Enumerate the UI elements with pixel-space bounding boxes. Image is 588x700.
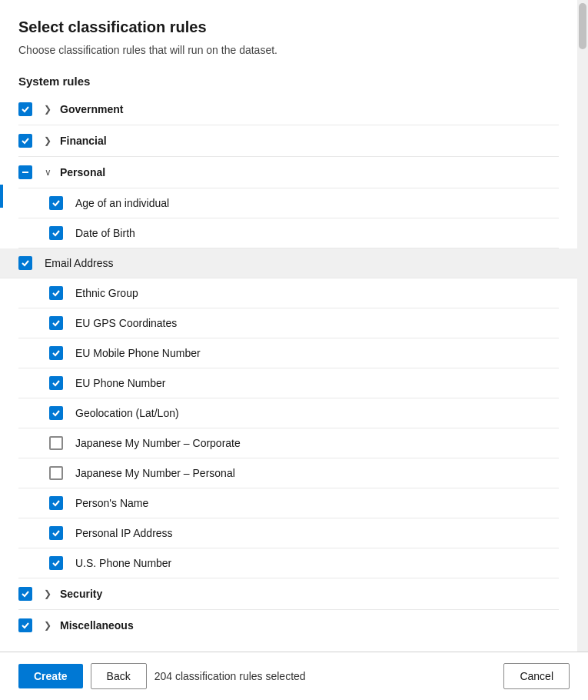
rule-row-japanese-my-number-personal[interactable]: Japanese My Number – Personal — [18, 458, 559, 488]
checkbox-personal[interactable] — [18, 165, 32, 179]
rule-label-date-of-birth: Date of Birth — [75, 227, 135, 239]
checkbox-eu-phone-number[interactable] — [49, 376, 63, 390]
scrollbar-thumb[interactable] — [579, 3, 586, 49]
checkbox-ethnic-group[interactable] — [49, 286, 63, 300]
expand-icon-financial[interactable]: ❯ — [40, 133, 55, 148]
footer: Create Back 204 classification rules sel… — [0, 652, 588, 700]
rule-label-us-phone-number: U.S. Phone Number — [75, 557, 171, 569]
rule-label-japanese-my-number-personal: Japanese My Number – Personal — [75, 467, 235, 479]
back-button[interactable]: Back — [91, 663, 147, 689]
rule-label-miscellaneous: Miscellaneous — [60, 619, 134, 632]
rule-label-government: Government — [60, 103, 123, 115]
rule-label-eu-mobile-phone-number: EU Mobile Phone Number — [75, 347, 201, 359]
left-accent — [0, 185, 3, 208]
rule-label-security: Security — [60, 588, 102, 600]
rule-row-security[interactable]: ❯ Security — [18, 578, 559, 610]
create-button[interactable]: Create — [18, 664, 83, 688]
svg-rect-0 — [22, 172, 28, 173]
checkbox-date-of-birth[interactable] — [49, 226, 63, 240]
expand-icon-security[interactable]: ❯ — [40, 586, 55, 602]
rule-row-email-address[interactable]: Email Address — [0, 248, 577, 278]
checkbox-personal-ip-address[interactable] — [49, 526, 63, 540]
page-subtitle: Choose classification rules that will ru… — [18, 44, 559, 56]
checkbox-eu-gps-coordinates[interactable] — [49, 316, 63, 330]
rule-label-financial: Financial — [60, 135, 107, 147]
rule-row-eu-phone-number[interactable]: EU Phone Number — [18, 368, 559, 398]
rule-label-persons-name: Person's Name — [75, 497, 148, 509]
checkbox-us-phone-number[interactable] — [49, 556, 63, 570]
rule-label-japanese-my-number-corporate: Japanese My Number – Corporate — [75, 437, 241, 449]
checkbox-security[interactable] — [18, 587, 32, 601]
rule-label-ethnic-group: Ethnic Group — [75, 287, 138, 299]
scroll-content: Select classification rules Choose class… — [0, 0, 577, 652]
system-rules-section-title: System rules — [18, 75, 559, 88]
checkbox-miscellaneous[interactable] — [18, 618, 32, 632]
cancel-button[interactable]: Cancel — [503, 663, 570, 689]
rule-row-eu-gps-coordinates[interactable]: EU GPS Coordinates — [18, 308, 559, 338]
selected-count-text: 204 classification rules selected — [154, 670, 306, 682]
rule-row-government[interactable]: ❯ Government — [18, 94, 559, 125]
rule-row-personal-ip-address[interactable]: Personal IP Address — [18, 518, 559, 548]
expand-icon-government[interactable]: ❯ — [40, 102, 55, 117]
checkbox-japanese-my-number-corporate[interactable] — [49, 436, 63, 450]
main-container: Select classification rules Choose class… — [0, 0, 588, 700]
page-title: Select classification rules — [18, 18, 559, 36]
rule-row-eu-mobile-phone-number[interactable]: EU Mobile Phone Number — [18, 338, 559, 368]
checkbox-government[interactable] — [18, 102, 32, 116]
scrollbar-track[interactable] — [577, 0, 588, 652]
rule-label-email-address: Email Address — [45, 257, 113, 269]
rule-row-date-of-birth[interactable]: Date of Birth — [18, 218, 559, 248]
rule-row-japanese-my-number-corporate[interactable]: Japanese My Number – Corporate — [18, 428, 559, 458]
rule-label-personal: Personal — [60, 166, 105, 178]
content-area: Select classification rules Choose class… — [0, 0, 588, 652]
rule-row-personal[interactable]: ∨ Personal — [18, 157, 559, 188]
rule-label-eu-phone-number: EU Phone Number — [75, 377, 166, 389]
rule-label-personal-ip-address: Personal IP Address — [75, 527, 173, 539]
checkbox-persons-name[interactable] — [49, 496, 63, 510]
rule-row-us-phone-number[interactable]: U.S. Phone Number — [18, 548, 559, 578]
rule-row-age-of-individual[interactable]: Age of an individual — [18, 188, 559, 218]
expand-icon-miscellaneous[interactable]: ❯ — [40, 618, 55, 633]
rule-row-ethnic-group[interactable]: Ethnic Group — [18, 278, 559, 308]
checkbox-eu-mobile-phone-number[interactable] — [49, 346, 63, 360]
rule-label-age-of-individual: Age of an individual — [75, 197, 169, 209]
checkbox-japanese-my-number-personal[interactable] — [49, 466, 63, 480]
checkbox-financial[interactable] — [18, 134, 32, 148]
expand-icon-personal[interactable]: ∨ — [40, 165, 55, 180]
rule-row-miscellaneous[interactable]: ❯ Miscellaneous — [18, 610, 559, 641]
checkbox-email-address[interactable] — [18, 256, 32, 270]
checkbox-age-of-individual[interactable] — [49, 196, 63, 210]
rule-label-eu-gps-coordinates: EU GPS Coordinates — [75, 317, 177, 329]
rule-row-financial[interactable]: ❯ Financial — [18, 125, 559, 157]
rule-row-persons-name[interactable]: Person's Name — [18, 488, 559, 518]
checkbox-geolocation[interactable] — [49, 406, 63, 420]
rule-row-geolocation[interactable]: Geolocation (Lat/Lon) — [18, 398, 559, 428]
rule-label-geolocation: Geolocation (Lat/Lon) — [75, 407, 179, 419]
